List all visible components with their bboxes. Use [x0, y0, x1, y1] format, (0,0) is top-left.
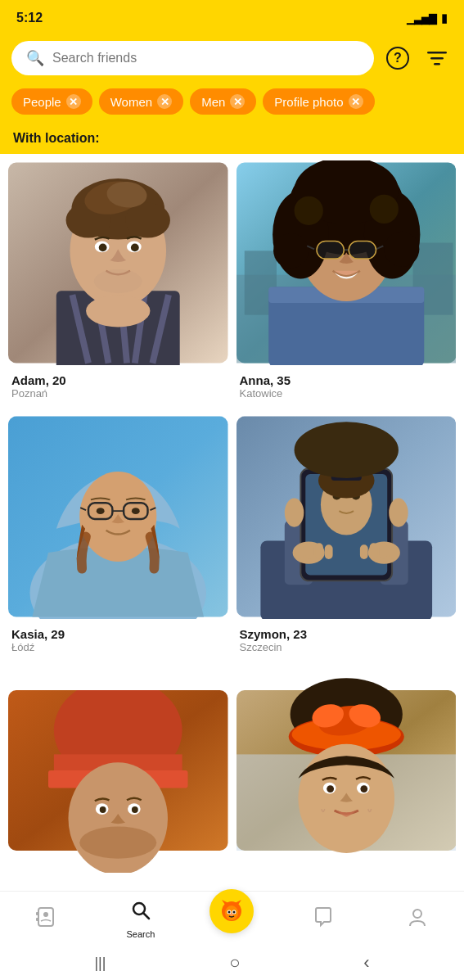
nav-item-chat[interactable]	[299, 906, 348, 933]
svg-point-56	[97, 508, 105, 514]
filter-tag-profile-photo-close[interactable]: ✕	[349, 94, 363, 109]
filter-button[interactable]	[421, 43, 453, 74]
person-location-adam: Poznań	[11, 387, 225, 400]
svg-point-122	[230, 914, 233, 916]
filter-tag-profile-photo-label: Profile photo	[274, 95, 343, 109]
search-nav-icon	[130, 900, 151, 926]
filter-tag-people-label: People	[23, 95, 61, 109]
svg-point-115	[225, 905, 238, 920]
svg-point-22	[131, 243, 139, 251]
person-photo-person5	[8, 668, 228, 876]
nav-item-search[interactable]: Search	[116, 900, 165, 939]
search-bar-container: 🔍 ?	[0, 34, 464, 84]
svg-point-93	[79, 827, 156, 859]
svg-point-69	[284, 498, 304, 526]
filter-tag-men-close[interactable]: ✕	[230, 94, 245, 109]
svg-point-16	[125, 203, 170, 238]
person-location-anna: Katowice	[240, 387, 453, 400]
svg-point-21	[99, 243, 107, 251]
android-home-button[interactable]: ○	[216, 949, 253, 977]
android-back-button[interactable]: ‹	[350, 949, 382, 977]
search-bar[interactable]: 🔍	[11, 41, 374, 75]
svg-rect-42	[349, 242, 376, 260]
person-info-anna: Anna, 35 Katowice	[237, 368, 457, 406]
svg-point-57	[132, 508, 140, 514]
person-card-kasia[interactable]: Kasia, 29 Łódź	[8, 414, 228, 660]
svg-point-24	[86, 295, 150, 327]
person-location-szymon: Szczecin	[240, 641, 453, 653]
svg-point-39	[294, 196, 322, 225]
person-card-szymon[interactable]: Szymon, 23 Szczecin	[237, 414, 457, 660]
svg-rect-81	[389, 544, 397, 559]
search-input[interactable]	[52, 51, 359, 65]
person-info-person6	[237, 876, 457, 887]
person-card-person6[interactable]	[237, 668, 457, 887]
person-photo-person6	[237, 668, 457, 876]
svg-rect-109	[36, 912, 39, 915]
svg-point-120	[228, 911, 231, 914]
svg-rect-78	[359, 544, 367, 559]
search-icon: 🔍	[26, 49, 44, 67]
svg-point-111	[43, 912, 48, 917]
filter-tag-women[interactable]: Women ✕	[99, 88, 183, 115]
svg-point-37	[273, 233, 309, 269]
nav-center-button[interactable]	[209, 889, 254, 933]
svg-point-107	[360, 785, 367, 793]
svg-rect-80	[379, 543, 387, 559]
person-info-person5	[8, 876, 228, 887]
svg-rect-79	[369, 543, 377, 559]
battery-icon: ▮	[441, 11, 448, 25]
person-photo-adam	[8, 160, 228, 368]
status-icons: ▁▃▅▇ ▮	[407, 11, 448, 25]
svg-point-123	[413, 910, 421, 918]
person-card-adam[interactable]: Adam, 20 Poznań	[8, 160, 228, 406]
android-menu-button[interactable]: |||	[81, 951, 119, 975]
person-info-szymon: Szymon, 23 Szczecin	[237, 622, 457, 660]
svg-point-71	[294, 422, 398, 478]
signal-icon: ▁▃▅▇	[407, 12, 436, 25]
svg-point-38	[384, 232, 419, 267]
filter-tag-women-close[interactable]: ✕	[157, 94, 172, 109]
person-name-anna: Anna, 35	[240, 373, 453, 387]
chat-icon	[313, 906, 334, 933]
person-photo-szymon	[237, 414, 457, 622]
person-card-person5[interactable]	[8, 668, 228, 887]
svg-rect-75	[305, 543, 313, 559]
svg-point-92	[132, 806, 138, 813]
svg-point-121	[233, 911, 236, 914]
profile-icon	[407, 906, 428, 933]
person-name-szymon: Szymon, 23	[240, 627, 453, 641]
bottom-nav: Search	[0, 891, 464, 946]
status-time: 5:12	[16, 11, 43, 25]
svg-text:?: ?	[394, 51, 402, 65]
location-banner: With location:	[0, 123, 464, 154]
svg-point-23	[94, 269, 142, 293]
svg-line-113	[143, 914, 149, 919]
nav-item-profile[interactable]	[393, 906, 442, 933]
svg-rect-3	[430, 57, 444, 60]
contacts-icon	[36, 906, 57, 933]
svg-rect-41	[316, 242, 343, 260]
person-info-kasia: Kasia, 29 Łódź	[8, 622, 228, 660]
svg-rect-2	[427, 52, 447, 54]
help-button[interactable]: ?	[382, 43, 413, 74]
filter-tag-men-label: Men	[201, 95, 225, 109]
svg-rect-110	[36, 918, 39, 921]
filter-icon	[426, 49, 448, 67]
person-name-adam: Adam, 20	[11, 373, 225, 387]
filter-tag-men[interactable]: Men ✕	[190, 88, 256, 115]
svg-rect-74	[295, 544, 304, 559]
person-card-anna[interactable]: Anna, 35 Katowice	[237, 160, 457, 406]
filter-tag-profile-photo[interactable]: Profile photo ✕	[263, 88, 374, 115]
person-name-kasia: Kasia, 29	[11, 627, 225, 641]
android-nav-bar: ||| ○ ‹	[0, 946, 464, 980]
filter-tag-people-close[interactable]: ✕	[66, 94, 81, 109]
nav-search-label: Search	[126, 929, 155, 939]
person-info-adam: Adam, 20 Poznań	[8, 368, 228, 406]
filter-tag-people[interactable]: People ✕	[11, 88, 92, 115]
person-photo-kasia	[8, 414, 228, 622]
svg-rect-4	[434, 63, 440, 65]
svg-point-106	[327, 785, 334, 793]
nav-item-contacts[interactable]	[22, 906, 71, 933]
svg-point-40	[369, 195, 398, 224]
